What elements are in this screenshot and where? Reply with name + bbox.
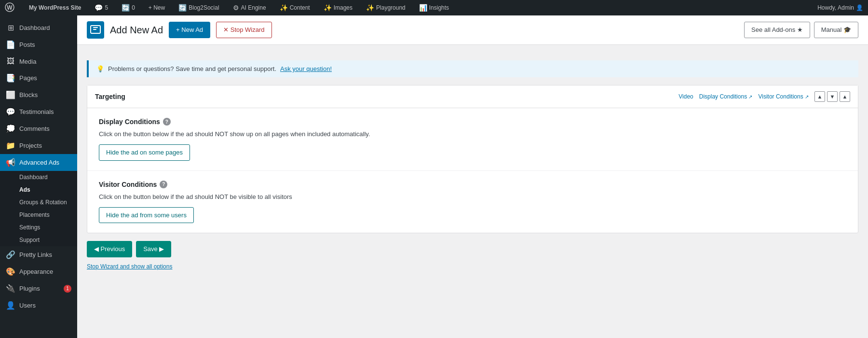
user-avatar-icon: 👤 (856, 4, 863, 11)
appearance-icon: 🎨 (6, 267, 15, 276)
display-conditions-desc: Click on the button below if the ad shou… (99, 130, 846, 138)
submenu-item-ads[interactable]: Ads (0, 183, 77, 196)
sidebar-item-testimonials[interactable]: 💬 Testimonials (0, 103, 77, 120)
display-conditions-help-icon[interactable]: ? (163, 118, 171, 126)
video-link[interactable]: Video (678, 93, 693, 100)
images-icon: ✨ (324, 4, 332, 12)
site-name[interactable]: My WordPress Site (26, 0, 84, 15)
sidebar-item-users[interactable]: 👤 Users (0, 297, 77, 314)
page-header: Add New Ad + New Ad ✕ Stop Wizard See al… (77, 15, 868, 45)
wp-logo[interactable]: W (5, 2, 14, 14)
info-bar: 💡 Problems or questions? Save time and g… (87, 60, 858, 77)
panel-title: Targeting (95, 93, 125, 100)
main-content: Add New Ad + New Ad ✕ Stop Wizard See al… (77, 15, 868, 338)
adminbar-ai-engine[interactable]: ⚙ AI Engine (230, 0, 269, 15)
ai-engine-icon: ⚙ (233, 4, 239, 12)
visitor-conditions-link[interactable]: Visitor Conditions ↗ (758, 93, 809, 100)
visitor-conditions-external-icon: ↗ (805, 94, 809, 99)
playground-icon: ✨ (366, 4, 374, 12)
hide-ad-users-button[interactable]: Hide the ad from some users (99, 207, 194, 224)
plugins-badge: 1 (64, 285, 71, 293)
sidebar-item-posts[interactable]: 📄 Posts (0, 36, 77, 53)
adminbar-user[interactable]: Howdy, Admin 👤 (817, 4, 863, 11)
sidebar-item-advanced-ads[interactable]: 📢 Advanced Ads (0, 154, 77, 171)
page-header-left: Add New Ad + New Ad ✕ Stop Wizard (87, 21, 272, 39)
updates-icon: 🔄 (122, 4, 130, 12)
hide-ad-pages-button[interactable]: Hide the ad on some pages (99, 144, 190, 161)
ask-question-link[interactable]: Ask your question! (280, 65, 332, 72)
panel-collapse-button[interactable]: ▲ (840, 91, 850, 102)
submenu-item-settings[interactable]: Settings (0, 221, 77, 234)
posts-icon: 📄 (6, 40, 15, 49)
adminbar-images[interactable]: ✨ Images (321, 0, 355, 15)
panel-move-up-button[interactable]: ▲ (814, 91, 825, 102)
panel-header-right: Video Display Conditions ↗ Visitor Condi… (678, 91, 850, 102)
display-conditions-title: Display Conditions ? (99, 118, 846, 126)
adminbar-comments[interactable]: 💬 5 (92, 0, 111, 15)
adminbar-updates[interactable]: 🔄 0 (119, 0, 138, 15)
testimonials-icon: 💬 (6, 107, 15, 116)
svg-text:W: W (7, 4, 13, 11)
visitor-conditions-desc: Click on the button below if the ad shou… (99, 193, 846, 200)
new-ad-button[interactable]: + New Ad (169, 22, 210, 38)
adminbar-new[interactable]: + New (146, 0, 168, 15)
sidebar-item-projects[interactable]: 📁 Projects (0, 137, 77, 154)
sidebar-item-pretty-links[interactable]: 🔗 Pretty Links (0, 246, 77, 263)
sidebar-item-appearance[interactable]: 🎨 Appearance (0, 263, 77, 280)
submenu-item-groups[interactable]: Groups & Rotation (0, 196, 77, 209)
info-icon: 💡 (96, 65, 104, 72)
display-conditions-external-icon: ↗ (748, 94, 752, 99)
previous-button[interactable]: ◀ Previous (87, 241, 132, 257)
plugins-icon: 🔌 (6, 284, 15, 293)
submenu-item-support[interactable]: Support (0, 234, 77, 246)
content-icon: ✨ (280, 4, 288, 12)
submenu-item-dashboard[interactable]: Dashboard (0, 171, 77, 183)
bottom-actions: ◀ Previous Save ▶ (87, 241, 858, 257)
panel-header: Targeting Video Display Conditions ↗ Vis… (87, 85, 858, 108)
page-title: Add New Ad (110, 25, 163, 36)
see-addons-button[interactable]: See all Add-ons ★ (744, 22, 810, 38)
visitor-conditions-title: Visitor Conditions ? (99, 181, 846, 188)
adminbar-playground[interactable]: ✨ Playground (363, 0, 408, 15)
sidebar: ⊞ Dashboard 📄 Posts 🖼 Media 📑 Pages ⬜ Bl… (0, 15, 77, 338)
adminbar-blog2social[interactable]: 🔄 Blog2Social (176, 0, 222, 15)
stop-wizard-link[interactable]: Stop Wizard and show all options (87, 263, 858, 270)
media-icon: 🖼 (6, 57, 15, 66)
visitor-conditions-section: Visitor Conditions ? Click on the button… (87, 171, 858, 233)
stop-wizard-button[interactable]: ✕ Stop Wizard (216, 22, 271, 38)
comments-menu-icon: 💭 (6, 124, 15, 133)
adminbar-insights[interactable]: 📊 Insights (416, 0, 452, 15)
sidebar-item-pages[interactable]: 📑 Pages (0, 70, 77, 86)
sidebar-item-plugins[interactable]: 🔌 Plugins 1 (0, 280, 77, 297)
page-header-actions: See all Add-ons ★ Manual 🎓 (744, 22, 858, 38)
comments-icon: 💬 (95, 4, 103, 12)
pages-icon: 📑 (6, 73, 15, 83)
users-icon: 👤 (6, 301, 15, 310)
save-button[interactable]: Save ▶ (136, 241, 171, 257)
targeting-panel: Targeting Video Display Conditions ↗ Vis… (87, 85, 858, 233)
advanced-ads-icon: 📢 (6, 158, 15, 167)
visitor-conditions-help-icon[interactable]: ? (160, 181, 167, 188)
sidebar-item-media[interactable]: 🖼 Media (0, 53, 77, 70)
submenu-item-placements[interactable]: Placements (0, 209, 77, 221)
projects-icon: 📁 (6, 141, 15, 150)
admin-bar: W My WordPress Site 💬 5 🔄 0 + New 🔄 Blog… (0, 0, 868, 15)
display-conditions-section: Display Conditions ? Click on the button… (87, 108, 858, 171)
sidebar-item-comments[interactable]: 💭 Comments (0, 120, 77, 137)
manual-button[interactable]: Manual 🎓 (814, 22, 858, 38)
blocks-icon: ⬜ (6, 90, 15, 99)
insights-icon: 📊 (419, 4, 427, 12)
panel-move-down-button[interactable]: ▼ (827, 91, 838, 102)
panel-controls: ▲ ▼ ▲ (814, 91, 850, 102)
display-conditions-link[interactable]: Display Conditions ↗ (699, 93, 753, 100)
adminbar-content[interactable]: ✨ Content (277, 0, 313, 15)
page-icon (87, 21, 104, 39)
pretty-links-icon: 🔗 (6, 250, 15, 259)
advanced-ads-submenu: Dashboard Ads Groups & Rotation Placemen… (0, 171, 77, 246)
sidebar-item-dashboard[interactable]: ⊞ Dashboard (0, 19, 77, 36)
wrap: 💡 Problems or questions? Save time and g… (77, 53, 868, 278)
dashboard-icon: ⊞ (6, 23, 15, 32)
sidebar-item-blocks[interactable]: ⬜ Blocks (0, 86, 77, 103)
blog2social-icon: 🔄 (178, 4, 187, 12)
